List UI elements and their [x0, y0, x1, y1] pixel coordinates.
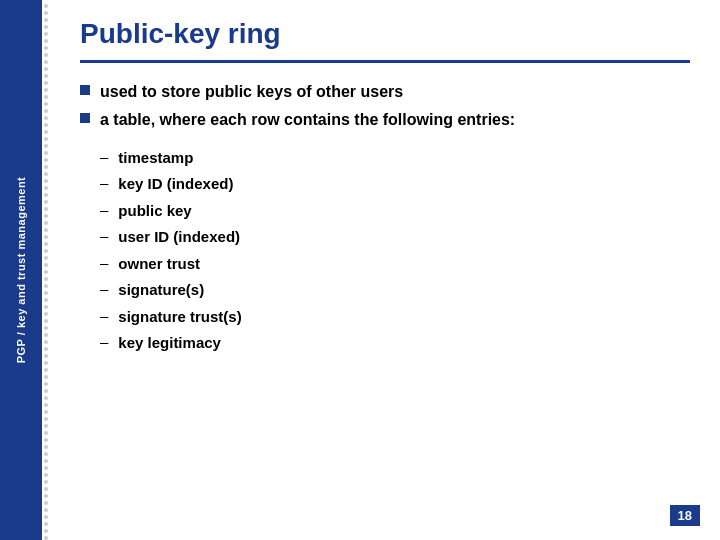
- list-item: – key legitimacy: [100, 333, 690, 353]
- dot: [44, 536, 48, 540]
- dot: [44, 319, 48, 323]
- sub-item-text-keylegitimacy: key legitimacy: [118, 333, 221, 353]
- dot: [44, 459, 48, 463]
- dot: [44, 32, 48, 36]
- sidebar-label: PGP / key and trust management: [15, 177, 27, 364]
- dot: [44, 207, 48, 211]
- dot: [44, 67, 48, 71]
- dot: [44, 473, 48, 477]
- dot: [44, 151, 48, 155]
- dot: [44, 270, 48, 274]
- dot: [44, 193, 48, 197]
- dash-icon: –: [100, 333, 108, 350]
- dot: [44, 130, 48, 134]
- dash-icon: –: [100, 254, 108, 271]
- dot: [44, 298, 48, 302]
- dot: [44, 277, 48, 281]
- dot: [44, 410, 48, 414]
- dot: [44, 144, 48, 148]
- dot: [44, 235, 48, 239]
- dot: [44, 221, 48, 225]
- dot: [44, 81, 48, 85]
- dot: [44, 214, 48, 218]
- dash-icon: –: [100, 148, 108, 165]
- list-item: – public key: [100, 201, 690, 221]
- dot: [44, 354, 48, 358]
- dash-icon: –: [100, 307, 108, 324]
- dot: [44, 242, 48, 246]
- dot: [44, 291, 48, 295]
- dot: [44, 494, 48, 498]
- dot: [44, 102, 48, 106]
- dot: [44, 11, 48, 15]
- dash-icon: –: [100, 227, 108, 244]
- dot: [44, 228, 48, 232]
- bullet-square-icon: [80, 85, 90, 95]
- bullet-text-2: a table, where each row contains the fol…: [100, 109, 515, 131]
- dot: [44, 60, 48, 64]
- dot: [44, 88, 48, 92]
- dot: [44, 466, 48, 470]
- dot: [44, 39, 48, 43]
- dot: [44, 361, 48, 365]
- sub-item-text-publickey: public key: [118, 201, 191, 221]
- bullet-item-1: used to store public keys of other users: [80, 81, 690, 103]
- dot: [44, 347, 48, 351]
- dot: [44, 95, 48, 99]
- dash-icon: –: [100, 280, 108, 297]
- dot: [44, 375, 48, 379]
- dot: [44, 53, 48, 57]
- dot: [44, 340, 48, 344]
- sub-items-list: – timestamp – key ID (indexed) – public …: [100, 148, 690, 353]
- bullets-section: used to store public keys of other users…: [80, 81, 690, 132]
- main-content: Public-key ring used to store public key…: [60, 0, 720, 540]
- dot: [44, 368, 48, 372]
- title-bar: Public-key ring: [80, 18, 690, 50]
- dot: [44, 396, 48, 400]
- dot: [44, 200, 48, 204]
- dot: [44, 46, 48, 50]
- bullet-text-1: used to store public keys of other users: [100, 81, 403, 103]
- dots-strip: [42, 0, 50, 540]
- dot: [44, 487, 48, 491]
- dot: [44, 116, 48, 120]
- slide: PGP / key and trust management: [0, 0, 720, 540]
- dot: [44, 326, 48, 330]
- sub-item-text-keyid: key ID (indexed): [118, 174, 233, 194]
- dot: [44, 158, 48, 162]
- dot: [44, 109, 48, 113]
- page-title: Public-key ring: [80, 18, 281, 49]
- dot: [44, 403, 48, 407]
- dot: [44, 522, 48, 526]
- list-item: – key ID (indexed): [100, 174, 690, 194]
- dot: [44, 284, 48, 288]
- dot: [44, 389, 48, 393]
- title-divider: [80, 60, 690, 63]
- bullet-square-icon-2: [80, 113, 90, 123]
- dot: [44, 123, 48, 127]
- dot: [44, 4, 48, 8]
- dot: [44, 417, 48, 421]
- page-number-badge: 18: [670, 505, 700, 526]
- list-item: – signature trust(s): [100, 307, 690, 327]
- dot: [44, 445, 48, 449]
- dot: [44, 74, 48, 78]
- dot: [44, 179, 48, 183]
- dot: [44, 186, 48, 190]
- dot: [44, 452, 48, 456]
- bullet-item-2: a table, where each row contains the fol…: [80, 109, 690, 131]
- sub-item-text-userid: user ID (indexed): [118, 227, 240, 247]
- dot: [44, 256, 48, 260]
- dot: [44, 515, 48, 519]
- dot: [44, 263, 48, 267]
- dot: [44, 333, 48, 337]
- dot: [44, 529, 48, 533]
- dot: [44, 249, 48, 253]
- dot: [44, 508, 48, 512]
- dot: [44, 305, 48, 309]
- list-item: – owner trust: [100, 254, 690, 274]
- list-item: – user ID (indexed): [100, 227, 690, 247]
- sub-item-text-ownertrust: owner trust: [118, 254, 200, 274]
- dash-icon: –: [100, 174, 108, 191]
- sub-item-text-signatures: signature(s): [118, 280, 204, 300]
